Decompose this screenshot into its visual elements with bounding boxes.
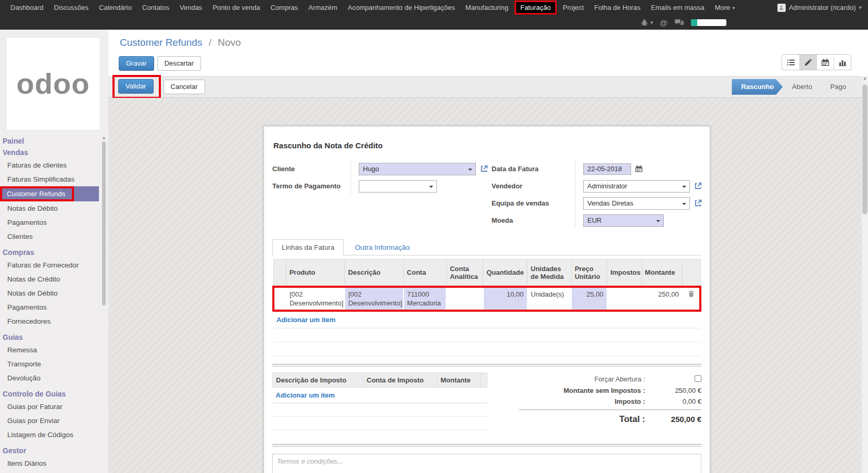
- statusbar-step-pago[interactable]: Pago: [816, 79, 857, 95]
- sidebar-item-devolucao[interactable]: Devolução: [0, 371, 99, 385]
- sidebar-heading-controlo-de-guias[interactable]: Controlo de Guias: [0, 388, 99, 400]
- data-fatura-picker[interactable]: [635, 165, 643, 173]
- debug-menu[interactable]: ▾: [640, 19, 653, 27]
- cell-descricao[interactable]: [002 Desenvolvimento]: [345, 287, 404, 311]
- top-navigation-bar: Dashboard Discussões Calendário Contatos…: [0, 0, 868, 30]
- statusbar-step-rascunho[interactable]: Rascunho: [732, 79, 783, 95]
- menu-dashboard[interactable]: Dashboard: [5, 0, 49, 15]
- menu-emails-em-massa[interactable]: Emails em massa: [646, 0, 710, 15]
- sidebar-item-pagamentos-compras[interactable]: Pagamentos: [0, 300, 99, 314]
- cell-montante[interactable]: 250,00: [641, 287, 683, 311]
- sidebar-item-itens-diarios[interactable]: Itens Diários: [0, 456, 99, 470]
- sidebar-item-faturas-de-clientes[interactable]: Faturas de clientes: [0, 158, 99, 172]
- tab-linhas-da-fatura[interactable]: Linhas da Fatura: [272, 239, 344, 255]
- menu-more-label: More: [715, 4, 731, 11]
- progress-indicator[interactable]: [691, 19, 726, 26]
- sidebar-item-guias-por-faturar[interactable]: Guias por Faturar: [0, 400, 99, 414]
- vendedor-open-record[interactable]: [694, 182, 702, 190]
- cell-unidades[interactable]: Unidade(s): [527, 287, 572, 311]
- scroll-up-icon[interactable]: ▲: [102, 135, 106, 140]
- sidebar-heading-vendas[interactable]: Vendas: [0, 147, 99, 158]
- cancel-button[interactable]: Cancelar: [163, 80, 205, 94]
- cell-produto[interactable]: [002 Desenvolvimento]: [286, 287, 345, 311]
- calendar-view-button[interactable]: [816, 55, 834, 70]
- menu-discussoes[interactable]: Discussões: [49, 0, 94, 15]
- tab-outra-informacao[interactable]: Outra Informação: [346, 240, 419, 255]
- save-button[interactable]: Gravar: [119, 56, 154, 71]
- messages-icon[interactable]: [674, 19, 684, 27]
- cell-quantidade[interactable]: 10,00: [483, 287, 527, 311]
- sidebar-item-faturas-de-fornecedor[interactable]: Faturas de Fornecedor: [0, 258, 99, 272]
- sidebar-item-notas-de-debito-compras[interactable]: Notas de Débito: [0, 286, 99, 300]
- forcar-abertura-checkbox[interactable]: [695, 375, 701, 382]
- menu-calendario[interactable]: Calendário: [94, 0, 137, 15]
- cliente-open-record[interactable]: [480, 164, 488, 173]
- menu-contatos[interactable]: Contatos: [137, 0, 174, 15]
- terms-conditions-textarea[interactable]: [272, 454, 701, 473]
- user-menu[interactable]: Administrator (ricardo) ▾: [777, 4, 868, 12]
- sidebar-scrollbar[interactable]: ▲: [102, 135, 106, 473]
- invoice-line-row-annotated[interactable]: [002 Desenvolvimento] [002 Desenvolvimen…: [273, 287, 700, 311]
- left-sidebar: odoo Painel Vendas Faturas de clientes F…: [0, 30, 108, 473]
- sidebar-heading-guias[interactable]: Guias: [0, 331, 99, 343]
- cell-impostos[interactable]: [607, 287, 641, 311]
- menu-armazem[interactable]: Armazém: [303, 0, 343, 15]
- sidebar-item-notas-de-debito-vendas[interactable]: Notas de Débito: [0, 201, 99, 215]
- empty-tax-row: [273, 403, 487, 416]
- moeda-select[interactable]: EUR: [583, 214, 664, 227]
- menu-ponto-de-venda[interactable]: Ponto de venda: [207, 0, 265, 15]
- list-view-button[interactable]: [782, 55, 799, 70]
- sidebar-item-customer-refunds-active-annotated[interactable]: Customer Refunds: [0, 186, 99, 201]
- equipa-vendas-open-record[interactable]: [694, 199, 702, 208]
- termo-pagamento-select[interactable]: [359, 180, 437, 193]
- sidebar-heading-painel[interactable]: Painel: [0, 135, 99, 147]
- mentions-icon[interactable]: @: [660, 19, 668, 27]
- data-fatura-input[interactable]: 22-05-2018: [583, 163, 631, 175]
- cliente-select[interactable]: Hugo: [359, 163, 476, 175]
- cliente-value: Hugo: [363, 165, 379, 173]
- sidebar-item-guias-por-enviar[interactable]: Guias por Enviar: [0, 414, 99, 428]
- cell-conta[interactable]: 711000 Mercadoria: [404, 287, 447, 311]
- menu-faturacao-active-annotated[interactable]: Faturação: [514, 1, 557, 15]
- menu-acompanhamento-hiperligacoes[interactable]: Acompanhamento de Hiperligações: [343, 0, 460, 15]
- delete-line-button[interactable]: [683, 287, 700, 311]
- menu-vendas[interactable]: Vendas: [174, 0, 207, 15]
- sidebar-scrollbar-thumb[interactable]: [102, 142, 106, 305]
- menu-manufacturing[interactable]: Manufacturing: [460, 0, 513, 15]
- graph-view-button[interactable]: [834, 55, 851, 70]
- sidebar-item-fornecedores[interactable]: Fornecedores: [0, 314, 99, 328]
- scroll-up-icon[interactable]: ▲: [862, 76, 868, 81]
- breadcrumb-customer-refunds[interactable]: Customer Refunds: [120, 37, 202, 48]
- sidebar-heading-compras[interactable]: Compras: [0, 247, 99, 258]
- odoo-logo[interactable]: odoo: [6, 37, 100, 131]
- row-drag-handle[interactable]: [273, 287, 286, 311]
- add-tax-line-link[interactable]: Adicionar um item: [276, 391, 335, 399]
- validate-button[interactable]: Validar: [118, 79, 154, 94]
- form-action-band: Validar Cancelar Rascunho Aberto Pago: [108, 76, 862, 98]
- sidebar-item-clientes[interactable]: Clientes: [0, 229, 99, 244]
- sidebar-item-faturas-simplificadas[interactable]: Faturas Simplificadas: [0, 172, 99, 186]
- bar-chart-icon: [838, 58, 847, 67]
- cell-preco-unitario[interactable]: 25,00: [571, 287, 607, 311]
- discard-button[interactable]: Descartar: [157, 56, 201, 71]
- add-invoice-line-link[interactable]: Adicionar um item: [276, 316, 335, 324]
- statusbar-step-aberto[interactable]: Aberto: [778, 79, 821, 95]
- main-scrollbar[interactable]: ▲: [862, 76, 868, 473]
- sidebar-item-listagem-de-codigos[interactable]: Listagem de Códigos: [0, 428, 99, 442]
- menu-compras[interactable]: Compras: [265, 0, 303, 15]
- field-group-right: Data da Fatura 22-05-2018 Vendedor: [492, 160, 702, 229]
- sidebar-item-remessa[interactable]: Remessa: [0, 343, 99, 357]
- vendedor-select[interactable]: Administrator: [583, 180, 690, 193]
- menu-project[interactable]: Project: [558, 0, 589, 15]
- menu-more[interactable]: More ▾: [710, 0, 740, 16]
- cell-conta-analitica[interactable]: [446, 287, 483, 311]
- sidebar-item-pagamentos-vendas[interactable]: Pagamentos: [0, 215, 99, 229]
- data-fatura-label: Data da Fatura: [492, 165, 575, 173]
- sidebar-heading-gestor[interactable]: Gestor: [0, 445, 99, 456]
- equipa-vendas-select[interactable]: Vendas Diretas: [583, 197, 690, 210]
- menu-folha-de-horas[interactable]: Folha de Horas: [589, 0, 646, 15]
- form-view-button[interactable]: [799, 55, 816, 70]
- main-scrollbar-thumb[interactable]: [862, 84, 867, 214]
- sidebar-item-transporte[interactable]: Transporte: [0, 357, 99, 371]
- sidebar-item-notas-de-credito[interactable]: Notas de Crédito: [0, 272, 99, 286]
